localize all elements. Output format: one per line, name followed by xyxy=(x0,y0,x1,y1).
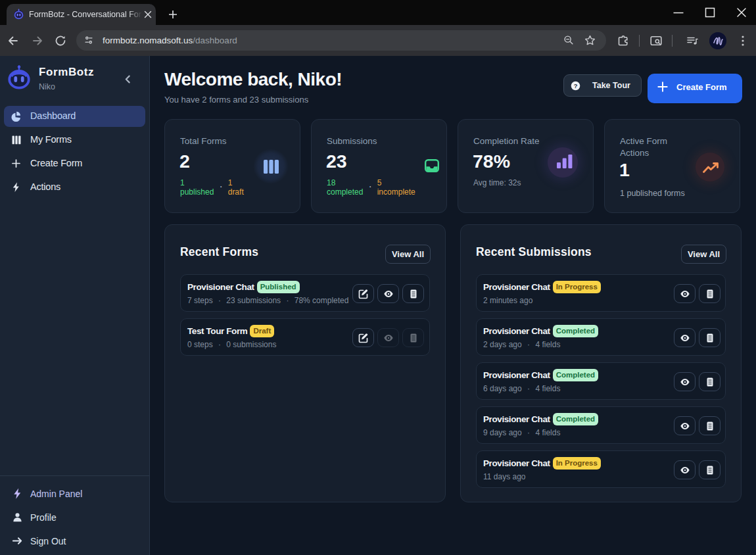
svg-text:?: ? xyxy=(574,82,578,89)
